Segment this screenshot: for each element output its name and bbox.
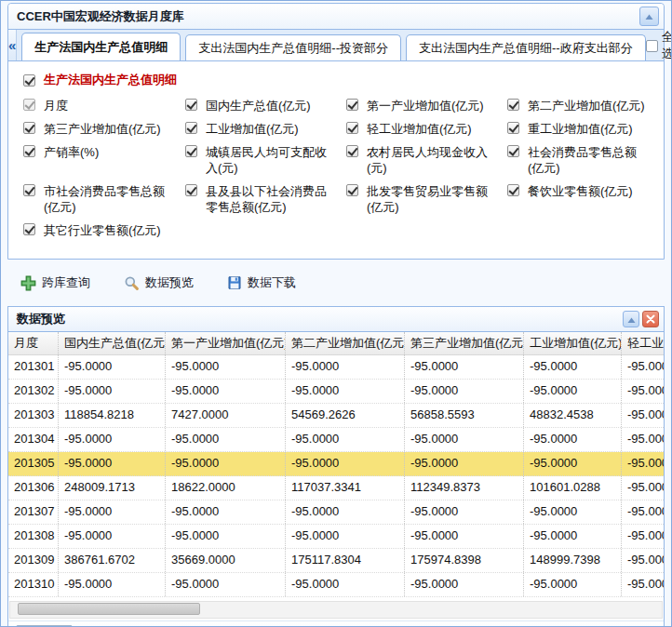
table-row[interactable]: 201302-95.0000-95.0000-95.0000-95.0000-9… — [8, 380, 664, 404]
panel-collapse-button[interactable] — [639, 7, 659, 26]
checkbox[interactable] — [185, 145, 197, 157]
field-item: 月度 — [23, 98, 185, 113]
checkbox[interactable] — [23, 145, 35, 157]
tab-3[interactable]: 支出法国内生产总值明细--政府支出部分 — [406, 34, 646, 60]
table-cell: -95.0000 — [286, 452, 405, 475]
column-header[interactable]: 工业增加值(亿元) — [524, 332, 622, 354]
field-label: 社会消费品零售总额(亿元) — [528, 144, 649, 176]
table-row[interactable]: 201308-95.0000-95.0000-95.0000-95.0000-9… — [8, 525, 664, 549]
horizontal-scrollbar[interactable] — [9, 601, 663, 619]
check-icon — [508, 122, 518, 133]
field-label: 农村居民人均现金收入(元) — [367, 144, 492, 176]
table-cell: 18622.0000 — [166, 476, 286, 500]
table-cell: -95.0000 — [622, 549, 664, 572]
checkbox[interactable] — [507, 122, 519, 134]
table-cell: -95.0000 — [286, 428, 405, 451]
select-all-checkbox[interactable] — [646, 40, 658, 52]
table-cell: 201306 — [8, 476, 59, 500]
checkbox[interactable] — [185, 184, 197, 196]
preview-collapse-button[interactable] — [623, 311, 639, 327]
checkbox[interactable] — [23, 184, 35, 196]
checkbox[interactable] — [23, 99, 35, 111]
data-download-button[interactable]: 数据下载 — [227, 274, 296, 291]
column-header[interactable]: 国内生产总值(亿元) — [59, 332, 166, 354]
tab-1[interactable]: 生产法国内生产总值明细 — [21, 33, 181, 60]
checkbox[interactable] — [185, 122, 197, 134]
table-cell: -95.0000 — [166, 428, 286, 451]
field-item: 第三产业增加值(亿元) — [23, 121, 185, 137]
data-preview-panel: 数据预览 月度国内生产总值(亿元)第一产业增加值(亿元)第二产业增加值(亿元)第… — [7, 306, 665, 627]
checkbox[interactable] — [507, 99, 519, 111]
table-cell: -95.0000 — [166, 452, 286, 475]
table-row[interactable]: 201304-95.0000-95.0000-95.0000-95.0000-9… — [8, 428, 664, 452]
table-cell: -95.0000 — [59, 525, 166, 548]
table-cell: -95.0000 — [59, 573, 166, 596]
select-all-control[interactable]: 全选 — [646, 29, 672, 62]
field-label: 产销率(%) — [44, 144, 99, 160]
table-cell: -95.0000 — [622, 476, 664, 500]
checkbox[interactable] — [507, 145, 519, 157]
field-item: 第一产业增加值(亿元) — [346, 98, 507, 113]
checkbox[interactable] — [346, 145, 358, 157]
table-cell: 48832.4538 — [524, 404, 622, 427]
table-cell: 175974.8398 — [405, 549, 524, 572]
pager-bar: 10 第 共2页 显示1到10,共12记录 — [8, 620, 664, 627]
check-icon — [347, 145, 357, 156]
checkbox[interactable] — [346, 122, 358, 134]
column-header[interactable]: 月度 — [8, 332, 59, 354]
scrollbar-thumb[interactable] — [18, 603, 200, 615]
group-checkbox[interactable] — [23, 74, 35, 87]
table-row[interactable]: 201301-95.0000-95.0000-95.0000-95.0000-9… — [8, 355, 664, 380]
table-row[interactable]: 201305-95.0000-95.0000-95.0000-95.0000-9… — [8, 452, 664, 476]
cross-db-query-button[interactable]: 跨库查询 — [20, 274, 90, 291]
table-cell: -95.0000 — [286, 380, 405, 403]
table-cell: 101601.0288 — [524, 476, 622, 500]
table-row[interactable]: 201306248009.171318622.0000117037.334111… — [8, 476, 664, 500]
table-body: 201301-95.0000-95.0000-95.0000-95.0000-9… — [8, 355, 664, 597]
table-cell: -95.0000 — [405, 525, 524, 548]
table-row[interactable]: 201309386761.670235669.0000175117.830417… — [8, 549, 664, 573]
column-header[interactable]: 第二产业增加值(亿元) — [286, 332, 405, 354]
checkbox[interactable] — [185, 99, 197, 111]
table-cell: 112349.8373 — [405, 476, 524, 500]
field-item: 城镇居民人均可支配收入(元) — [185, 144, 346, 176]
table-row[interactable]: 201303118854.82187427.000054569.26265685… — [8, 404, 664, 428]
close-icon — [646, 313, 655, 327]
check-icon — [24, 184, 34, 195]
fields-grid: 月度国内生产总值(亿元)第一产业增加值(亿元)第二产业增加值(亿元)第三产业增加… — [23, 98, 664, 238]
checkbox[interactable] — [507, 184, 519, 196]
tab-2[interactable]: 支出法国内生产总值明细--投资部分 — [185, 34, 401, 60]
check-icon — [24, 145, 34, 156]
column-header[interactable]: 第三产业增加值(亿元) — [405, 332, 524, 354]
field-item: 轻工业增加值(亿元) — [346, 121, 507, 137]
table-row[interactable]: 201310-95.0000-95.0000-95.0000-95.0000-9… — [8, 573, 664, 597]
field-item: 县及县以下社会消费品零售总额(亿元) — [185, 183, 346, 215]
toolbar-button-label: 数据下载 — [248, 274, 296, 291]
table-cell: -95.0000 — [59, 380, 166, 403]
table-cell: -95.0000 — [622, 525, 664, 548]
table-cell: -95.0000 — [622, 355, 664, 379]
table-cell: -95.0000 — [405, 573, 524, 596]
plus-icon — [20, 275, 36, 291]
table-cell: 386761.6702 — [59, 549, 166, 572]
table-cell: -95.0000 — [405, 355, 524, 379]
checkbox[interactable] — [346, 184, 358, 196]
column-header[interactable]: 轻工业增加值(亿元) — [622, 332, 664, 354]
checkbox[interactable] — [23, 223, 35, 235]
table-cell: -95.0000 — [524, 573, 622, 596]
table-cell: -95.0000 — [524, 525, 622, 548]
field-item: 工业增加值(亿元) — [185, 121, 346, 137]
search-icon — [124, 275, 140, 291]
app-window: CCER中国宏观经济数据月度库 « 生产法国内生产总值明细支出法国内生产总值明细… — [0, 0, 672, 627]
table-cell: -95.0000 — [622, 404, 664, 427]
checkbox[interactable] — [346, 99, 358, 111]
database-panel-header: CCER中国宏观经济数据月度库 — [8, 4, 664, 30]
table-cell: -95.0000 — [166, 525, 286, 548]
field-item: 产销率(%) — [23, 144, 185, 176]
preview-close-button[interactable] — [642, 311, 659, 327]
table-row[interactable]: 201307-95.0000-95.0000-95.0000-95.0000-9… — [8, 500, 664, 525]
column-header[interactable]: 第一产业增加值(亿元) — [166, 332, 286, 354]
checkbox[interactable] — [23, 122, 35, 134]
data-preview-button[interactable]: 数据预览 — [124, 274, 194, 291]
tabs-scroll-left-button[interactable]: « — [8, 30, 17, 60]
